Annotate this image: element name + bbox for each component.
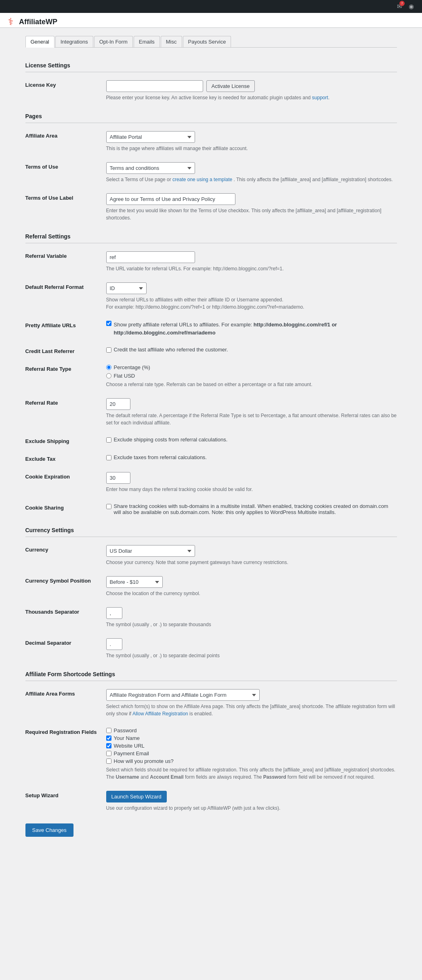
credit-last-checkbox-row: Credit the last affiliate who referred t… — [106, 347, 397, 353]
required-fields-label: Required Registration Fields — [25, 727, 106, 735]
notifications-icon[interactable]: ✉ 7 — [397, 3, 402, 10]
tab-integrations[interactable]: Integrations — [55, 36, 93, 47]
exclude-tax-text: Exclude taxes from referral calculations… — [114, 454, 207, 460]
default-format-select[interactable]: ID Username — [106, 282, 147, 294]
referral-rate-label: Referral Rate — [25, 398, 106, 406]
referral-section-title: Referral Settings — [25, 233, 397, 243]
thousands-sep-input[interactable] — [106, 607, 122, 619]
license-section-title: License Settings — [25, 62, 397, 72]
currency-description: Choose your currency. Note that some pay… — [106, 559, 397, 566]
cookie-sharing-checkbox[interactable] — [106, 504, 111, 509]
thousands-sep-row: Thousands Separator The symbol (usually … — [25, 602, 397, 633]
area-forms-content: Affiliate Registration Form and Affiliat… — [106, 689, 397, 717]
rate-type-row: Referral Rate Type Percentage (%) Flat U… — [25, 359, 397, 393]
rate-type-label: Referral Rate Type — [25, 364, 106, 372]
terms-of-use-select[interactable]: Terms and conditions — [106, 162, 195, 174]
rate-type-percentage-radio[interactable] — [106, 365, 111, 370]
activate-license-button[interactable]: Activate License — [206, 80, 255, 92]
decimal-sep-content: The symbol (usually , or .) to separate … — [106, 638, 397, 659]
referral-section-header: Referral Settings — [25, 227, 397, 247]
credit-last-checkbox[interactable] — [106, 347, 111, 353]
exclude-shipping-checkbox-row: Exclude shipping costs from referral cal… — [106, 437, 397, 443]
area-forms-select[interactable]: Affiliate Registration Form and Affiliat… — [106, 689, 260, 701]
tab-misc[interactable]: Misc — [161, 36, 182, 47]
symbol-position-label: Currency Symbol Position — [25, 576, 106, 584]
exclude-tax-label: Exclude Tax — [25, 454, 106, 462]
decimal-sep-row: Decimal Separator The symbol (usually , … — [25, 633, 397, 664]
exclude-shipping-content: Exclude shipping costs from referral cal… — [106, 437, 397, 443]
pretty-urls-row: Pretty Affiliate URLs Show pretty affili… — [25, 316, 397, 342]
decimal-sep-input[interactable] — [106, 638, 122, 650]
referral-rate-input[interactable] — [106, 398, 130, 410]
credit-last-label: Credit Last Referrer — [25, 347, 106, 354]
tab-optin-form[interactable]: Opt-In Form — [94, 36, 133, 47]
cookie-sharing-text: Share tracking cookies with sub-domains … — [114, 503, 397, 515]
terms-of-use-label: Terms of Use — [25, 162, 106, 170]
referral-rate-description: The default referral rate. A percentage … — [106, 412, 397, 426]
referral-variable-content: The URL variable for referral URLs. For … — [106, 251, 397, 272]
currency-select[interactable]: US Dollar Euro British Pound — [106, 545, 195, 557]
app-title: AffiliateWP — [19, 18, 57, 26]
required-field-your-name: Your Name — [106, 735, 397, 741]
referral-variable-input[interactable] — [106, 251, 195, 263]
symbol-position-select[interactable]: Before - $10 After - 10$ — [106, 576, 163, 588]
affiliate-area-label: Affiliate Area — [25, 131, 106, 139]
pretty-urls-label: Pretty Affiliate URLs — [25, 321, 106, 328]
currency-content: US Dollar Euro British Pound Choose your… — [106, 545, 397, 566]
required-field-password-checkbox[interactable] — [106, 728, 111, 733]
tab-payouts-service[interactable]: Payouts Service — [183, 36, 231, 47]
tab-general[interactable]: General — [25, 36, 55, 48]
rate-type-flat-row: Flat USD — [106, 373, 397, 379]
setup-wizard-content: Launch Setup Wizard Use our configuratio… — [106, 791, 397, 812]
rate-type-percentage-row: Percentage (%) — [106, 364, 397, 370]
decimal-sep-label: Decimal Separator — [25, 638, 106, 646]
currency-section-header: Currency Settings — [25, 520, 397, 540]
area-forms-row: Affiliate Area Forms Affiliate Registrat… — [25, 684, 397, 723]
help-icon[interactable]: ◉ — [409, 3, 414, 10]
main-content: General Integrations Opt-In Form Emails … — [17, 28, 405, 851]
license-key-row: License Key Activate License Please ente… — [25, 75, 397, 107]
referral-rate-row: Referral Rate The default referral rate.… — [25, 393, 397, 432]
rate-type-flat-label: Flat USD — [114, 373, 135, 379]
referral-variable-label: Referral Variable — [25, 251, 106, 259]
license-key-content: Activate License Please enter your licen… — [106, 80, 397, 101]
required-field-your-name-checkbox[interactable] — [106, 736, 111, 741]
affiliate-area-select-wrapper: Affiliate Portal — [106, 131, 195, 143]
required-field-payment-email-checkbox[interactable] — [106, 751, 111, 756]
create-template-link[interactable]: create one using a template — [172, 177, 232, 182]
license-key-input[interactable] — [106, 80, 203, 92]
launch-wizard-button[interactable]: Launch Setup Wizard — [106, 791, 167, 802]
save-changes-button[interactable]: Save Changes — [25, 823, 73, 837]
exclude-shipping-checkbox[interactable] — [106, 437, 111, 443]
thousands-sep-content: The symbol (usually , or .) to separate … — [106, 607, 397, 628]
nav-tabs: General Integrations Opt-In Form Emails … — [25, 36, 397, 48]
logo-icon: ⚕ — [8, 16, 13, 27]
required-field-website-url-checkbox[interactable] — [106, 743, 111, 748]
allow-registration-link[interactable]: Allow Affiliate Registration — [132, 711, 188, 717]
pretty-urls-checkbox[interactable] — [106, 321, 111, 326]
tab-emails[interactable]: Emails — [134, 36, 160, 47]
required-field-promote: How will you promote us? — [106, 758, 397, 764]
pretty-urls-content: Show pretty affiliate referral URLs to a… — [106, 321, 397, 336]
affiliate-form-section-header: Affiliate Form Shortcode Settings — [25, 664, 397, 684]
required-field-promote-checkbox[interactable] — [106, 759, 111, 764]
area-forms-label: Affiliate Area Forms — [25, 689, 106, 697]
support-link[interactable]: support — [312, 95, 328, 100]
currency-select-wrapper: US Dollar Euro British Pound — [106, 545, 195, 557]
terms-of-use-select-wrapper: Terms and conditions — [106, 162, 195, 174]
cookie-expiration-input[interactable] — [106, 472, 130, 484]
terms-of-use-row: Terms of Use Terms and conditions Select… — [25, 157, 397, 188]
decimal-sep-description: The symbol (usually , or .) to separate … — [106, 652, 397, 659]
exclude-shipping-row: Exclude Shipping Exclude shipping costs … — [25, 432, 397, 449]
currency-row: Currency US Dollar Euro British Pound Ch… — [25, 540, 397, 571]
affiliate-area-select[interactable]: Affiliate Portal — [106, 131, 195, 143]
rate-type-flat-radio[interactable] — [106, 373, 111, 378]
page-header: ⚕ AffiliateWP — [0, 13, 422, 28]
terms-of-use-label-input[interactable] — [106, 193, 235, 205]
currency-label: Currency — [25, 545, 106, 553]
cookie-expiration-content: Enter how many days the referral trackin… — [106, 472, 397, 493]
terms-of-use-label-description: Enter the text you would like shown for … — [106, 207, 397, 221]
exclude-tax-checkbox[interactable] — [106, 455, 111, 460]
pretty-urls-text: Show pretty affiliate referral URLs to a… — [114, 321, 397, 336]
cookie-sharing-row: Cookie Sharing Share tracking cookies wi… — [25, 498, 397, 520]
